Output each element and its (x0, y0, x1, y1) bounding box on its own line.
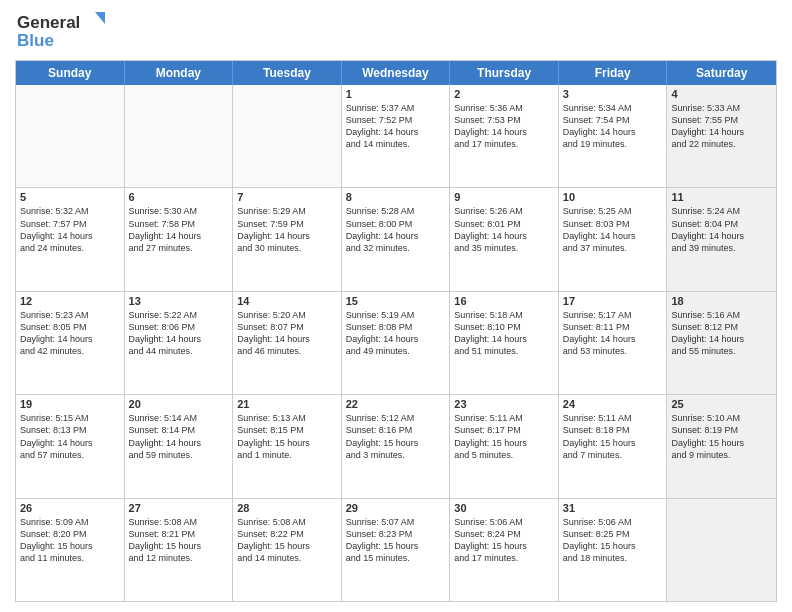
calendar-cell: 21Sunrise: 5:13 AM Sunset: 8:15 PM Dayli… (233, 395, 342, 497)
cell-info: Sunrise: 5:23 AM Sunset: 8:05 PM Dayligh… (20, 309, 120, 358)
calendar-cell: 23Sunrise: 5:11 AM Sunset: 8:17 PM Dayli… (450, 395, 559, 497)
cell-info: Sunrise: 5:29 AM Sunset: 7:59 PM Dayligh… (237, 205, 337, 254)
cell-info: Sunrise: 5:15 AM Sunset: 8:13 PM Dayligh… (20, 412, 120, 461)
cell-info: Sunrise: 5:16 AM Sunset: 8:12 PM Dayligh… (671, 309, 772, 358)
cell-info: Sunrise: 5:37 AM Sunset: 7:52 PM Dayligh… (346, 102, 446, 151)
day-header-friday: Friday (559, 61, 668, 85)
day-header-wednesday: Wednesday (342, 61, 451, 85)
cell-info: Sunrise: 5:32 AM Sunset: 7:57 PM Dayligh… (20, 205, 120, 254)
calendar-cell: 12Sunrise: 5:23 AM Sunset: 8:05 PM Dayli… (16, 292, 125, 394)
day-number: 29 (346, 502, 446, 514)
calendar: SundayMondayTuesdayWednesdayThursdayFrid… (15, 60, 777, 602)
day-header-thursday: Thursday (450, 61, 559, 85)
day-number: 22 (346, 398, 446, 410)
cell-info: Sunrise: 5:10 AM Sunset: 8:19 PM Dayligh… (671, 412, 772, 461)
day-header-monday: Monday (125, 61, 234, 85)
cell-info: Sunrise: 5:26 AM Sunset: 8:01 PM Dayligh… (454, 205, 554, 254)
calendar-cell: 13Sunrise: 5:22 AM Sunset: 8:06 PM Dayli… (125, 292, 234, 394)
cell-info: Sunrise: 5:13 AM Sunset: 8:15 PM Dayligh… (237, 412, 337, 461)
day-number: 4 (671, 88, 772, 100)
calendar-cell (16, 85, 125, 187)
calendar-cell: 11Sunrise: 5:24 AM Sunset: 8:04 PM Dayli… (667, 188, 776, 290)
calendar-cell: 20Sunrise: 5:14 AM Sunset: 8:14 PM Dayli… (125, 395, 234, 497)
cell-info: Sunrise: 5:11 AM Sunset: 8:18 PM Dayligh… (563, 412, 663, 461)
calendar-cell: 15Sunrise: 5:19 AM Sunset: 8:08 PM Dayli… (342, 292, 451, 394)
cell-info: Sunrise: 5:11 AM Sunset: 8:17 PM Dayligh… (454, 412, 554, 461)
calendar-cell: 31Sunrise: 5:06 AM Sunset: 8:25 PM Dayli… (559, 499, 668, 601)
cell-info: Sunrise: 5:30 AM Sunset: 7:58 PM Dayligh… (129, 205, 229, 254)
day-number: 2 (454, 88, 554, 100)
day-number: 20 (129, 398, 229, 410)
day-number: 13 (129, 295, 229, 307)
day-number: 25 (671, 398, 772, 410)
calendar-cell: 30Sunrise: 5:06 AM Sunset: 8:24 PM Dayli… (450, 499, 559, 601)
calendar-cell: 9Sunrise: 5:26 AM Sunset: 8:01 PM Daylig… (450, 188, 559, 290)
calendar-week-3: 12Sunrise: 5:23 AM Sunset: 8:05 PM Dayli… (16, 291, 776, 394)
cell-info: Sunrise: 5:08 AM Sunset: 8:22 PM Dayligh… (237, 516, 337, 565)
calendar-cell (233, 85, 342, 187)
cell-info: Sunrise: 5:12 AM Sunset: 8:16 PM Dayligh… (346, 412, 446, 461)
logo-container: General Blue (15, 10, 105, 52)
svg-text:Blue: Blue (17, 31, 54, 50)
day-number: 6 (129, 191, 229, 203)
calendar-body: 1Sunrise: 5:37 AM Sunset: 7:52 PM Daylig… (16, 85, 776, 601)
day-number: 7 (237, 191, 337, 203)
calendar-week-5: 26Sunrise: 5:09 AM Sunset: 8:20 PM Dayli… (16, 498, 776, 601)
calendar-cell: 29Sunrise: 5:07 AM Sunset: 8:23 PM Dayli… (342, 499, 451, 601)
cell-info: Sunrise: 5:24 AM Sunset: 8:04 PM Dayligh… (671, 205, 772, 254)
day-number: 23 (454, 398, 554, 410)
calendar-cell: 16Sunrise: 5:18 AM Sunset: 8:10 PM Dayli… (450, 292, 559, 394)
day-number: 24 (563, 398, 663, 410)
cell-info: Sunrise: 5:33 AM Sunset: 7:55 PM Dayligh… (671, 102, 772, 151)
cell-info: Sunrise: 5:14 AM Sunset: 8:14 PM Dayligh… (129, 412, 229, 461)
day-number: 18 (671, 295, 772, 307)
cell-info: Sunrise: 5:28 AM Sunset: 8:00 PM Dayligh… (346, 205, 446, 254)
day-number: 15 (346, 295, 446, 307)
day-number: 28 (237, 502, 337, 514)
cell-info: Sunrise: 5:34 AM Sunset: 7:54 PM Dayligh… (563, 102, 663, 151)
cell-info: Sunrise: 5:22 AM Sunset: 8:06 PM Dayligh… (129, 309, 229, 358)
day-number: 16 (454, 295, 554, 307)
day-number: 30 (454, 502, 554, 514)
calendar-cell: 25Sunrise: 5:10 AM Sunset: 8:19 PM Dayli… (667, 395, 776, 497)
cell-info: Sunrise: 5:20 AM Sunset: 8:07 PM Dayligh… (237, 309, 337, 358)
calendar-cell: 1Sunrise: 5:37 AM Sunset: 7:52 PM Daylig… (342, 85, 451, 187)
calendar-cell: 27Sunrise: 5:08 AM Sunset: 8:21 PM Dayli… (125, 499, 234, 601)
cell-info: Sunrise: 5:07 AM Sunset: 8:23 PM Dayligh… (346, 516, 446, 565)
calendar-cell: 10Sunrise: 5:25 AM Sunset: 8:03 PM Dayli… (559, 188, 668, 290)
calendar-cell: 3Sunrise: 5:34 AM Sunset: 7:54 PM Daylig… (559, 85, 668, 187)
calendar-week-4: 19Sunrise: 5:15 AM Sunset: 8:13 PM Dayli… (16, 394, 776, 497)
calendar-cell: 19Sunrise: 5:15 AM Sunset: 8:13 PM Dayli… (16, 395, 125, 497)
calendar-cell: 17Sunrise: 5:17 AM Sunset: 8:11 PM Dayli… (559, 292, 668, 394)
calendar-cell: 4Sunrise: 5:33 AM Sunset: 7:55 PM Daylig… (667, 85, 776, 187)
calendar-cell (667, 499, 776, 601)
cell-info: Sunrise: 5:19 AM Sunset: 8:08 PM Dayligh… (346, 309, 446, 358)
day-number: 19 (20, 398, 120, 410)
day-number: 27 (129, 502, 229, 514)
calendar-cell (125, 85, 234, 187)
day-header-tuesday: Tuesday (233, 61, 342, 85)
day-header-sunday: Sunday (16, 61, 125, 85)
day-number: 8 (346, 191, 446, 203)
day-number: 10 (563, 191, 663, 203)
calendar-cell: 14Sunrise: 5:20 AM Sunset: 8:07 PM Dayli… (233, 292, 342, 394)
calendar-cell: 7Sunrise: 5:29 AM Sunset: 7:59 PM Daylig… (233, 188, 342, 290)
calendar-cell: 22Sunrise: 5:12 AM Sunset: 8:16 PM Dayli… (342, 395, 451, 497)
day-number: 17 (563, 295, 663, 307)
calendar-cell: 28Sunrise: 5:08 AM Sunset: 8:22 PM Dayli… (233, 499, 342, 601)
logo: General Blue (15, 10, 105, 52)
day-number: 5 (20, 191, 120, 203)
cell-info: Sunrise: 5:36 AM Sunset: 7:53 PM Dayligh… (454, 102, 554, 151)
page: General Blue SundayMondayTuesdayWednesda… (0, 0, 792, 612)
day-header-saturday: Saturday (667, 61, 776, 85)
svg-text:General: General (17, 13, 80, 32)
day-number: 1 (346, 88, 446, 100)
day-number: 26 (20, 502, 120, 514)
day-number: 3 (563, 88, 663, 100)
cell-info: Sunrise: 5:06 AM Sunset: 8:25 PM Dayligh… (563, 516, 663, 565)
header: General Blue (15, 10, 777, 52)
cell-info: Sunrise: 5:17 AM Sunset: 8:11 PM Dayligh… (563, 309, 663, 358)
cell-info: Sunrise: 5:08 AM Sunset: 8:21 PM Dayligh… (129, 516, 229, 565)
cell-info: Sunrise: 5:09 AM Sunset: 8:20 PM Dayligh… (20, 516, 120, 565)
calendar-cell: 18Sunrise: 5:16 AM Sunset: 8:12 PM Dayli… (667, 292, 776, 394)
